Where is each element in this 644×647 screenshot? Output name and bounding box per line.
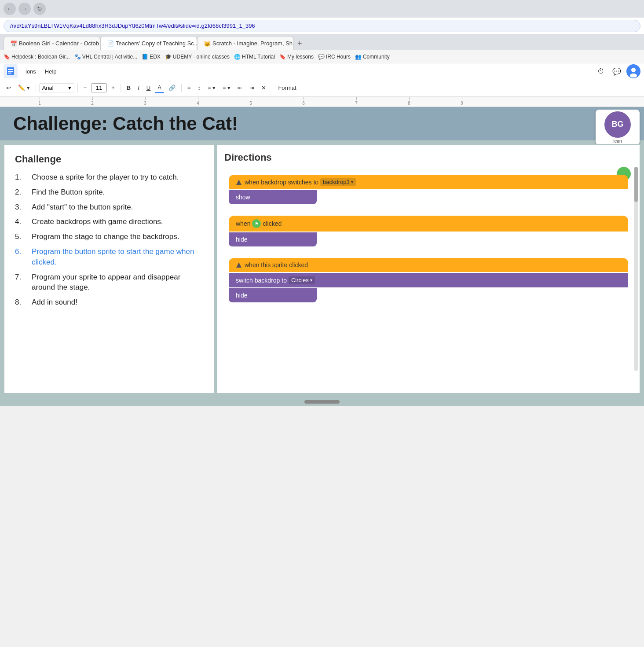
indent-decrease-button[interactable]: ⇤ <box>235 83 245 92</box>
bookmark-udemy-icon: 🎓 <box>165 54 172 60</box>
toolbar-sep-1 <box>36 84 36 92</box>
challenge-panel: Challenge 1. Choose a sprite for the pla… <box>4 144 215 394</box>
show-block: show <box>229 190 317 204</box>
clear-format-button[interactable]: ✕ <box>259 83 269 92</box>
bottom-bar <box>0 397 644 406</box>
menu-help[interactable]: Help <box>40 66 61 77</box>
font-size-box[interactable]: 11 <box>91 83 107 92</box>
text-color-button[interactable]: A <box>155 83 164 93</box>
list-item: 1. Choose a sprite for the player to try… <box>15 172 203 183</box>
format-label: Format <box>275 83 299 92</box>
show-text: show <box>236 194 250 201</box>
flag-icon: ⚑ <box>255 221 259 226</box>
bookmark-irc[interactable]: 💬 IRC Hours <box>318 54 351 60</box>
toolbar-sep-5 <box>272 84 272 92</box>
circles-dropdown[interactable]: Circles <box>289 276 315 284</box>
bookmark-helpdesk[interactable]: 🔖 Helpdesk : Boolean Gir... <box>4 54 70 60</box>
bookmark-udemy[interactable]: 🎓 UDEMY - online classes <box>165 54 230 60</box>
bullet-list-button[interactable]: ≡ ▾ <box>205 83 218 92</box>
ruler-mark-7: 7 <box>330 97 383 106</box>
tab-boolean-girl[interactable]: 📅 Boolean Girl - Calendar - Octob ✕ <box>4 36 100 50</box>
new-tab-button[interactable]: + <box>294 37 306 50</box>
menu-right: ⏱ 💬 <box>595 64 640 78</box>
scratch-blocks: when backdrop switches to backdrop3 show… <box>224 170 633 308</box>
bookmark-irc-icon: 💬 <box>318 54 325 60</box>
tab-teachers-copy[interactable]: 📄 Teachers' Copy of Teaching Sc... ✕ <box>100 36 197 50</box>
when-backdrop-text: when backdrop switches to <box>245 179 318 186</box>
list-text-2: Find the Button sprite. <box>32 187 105 198</box>
scroll-thumb[interactable] <box>634 167 638 202</box>
list-item-highlighted: 6. Program the button sprite to start th… <box>15 246 203 268</box>
numbered-list-button[interactable]: ≡ ▾ <box>220 83 233 92</box>
menu-extensions[interactable]: ions <box>21 66 40 77</box>
draw-button[interactable]: ✏️ ▾ <box>15 83 33 92</box>
when-backdrop-block: when backdrop switches to backdrop3 <box>229 175 628 189</box>
font-size-increase[interactable]: + <box>109 83 117 92</box>
undo-button[interactable]: ↩ <box>4 83 14 92</box>
directions-heading: Directions <box>224 152 633 163</box>
svg-marker-7 <box>236 180 242 185</box>
bg-logo-text: lean <box>614 139 622 143</box>
bookmark-edx-icon: 📘 <box>142 54 148 60</box>
bookmark-community[interactable]: 👥 Community <box>355 54 390 60</box>
italic-button[interactable]: I <box>135 83 142 92</box>
hide-block-1: hide <box>229 232 317 246</box>
list-num-6: 6. <box>15 246 27 268</box>
indent-increase-button[interactable]: ⇥ <box>247 83 257 92</box>
ruler-mark-9: 9 <box>435 97 488 106</box>
hide-text-2: hide <box>236 292 247 299</box>
backdrop3-dropdown[interactable]: backdrop3 <box>320 178 356 186</box>
slide-area: Challenge: Catch the Cat! BG lean Challe… <box>0 107 644 406</box>
list-item: 5. Program the stage to change the backd… <box>15 232 203 242</box>
svg-rect-1 <box>8 69 13 70</box>
history-icon[interactable]: ⏱ <box>595 65 607 77</box>
tab-scratch[interactable]: 🐱 Scratch - Imagine, Program, Sh... ✕ <box>197 36 294 50</box>
block-group-3: when this sprite clicked switch backdrop… <box>229 258 628 303</box>
list-num-8: 8. <box>15 297 27 308</box>
list-item: 2. Find the Button sprite. <box>15 187 203 198</box>
bookmark-edx[interactable]: 📘 EDX <box>142 54 161 60</box>
line-spacing-button[interactable]: ↕ <box>195 83 203 92</box>
slides-toolbar-area: ions Help ⏱ 💬 ↩ ✏️ ▾ Arial ▾ − 11 <box>0 63 644 97</box>
when-flag-block: when ⚑ clicked <box>229 216 628 232</box>
font-size-decrease[interactable]: − <box>81 83 90 92</box>
list-num-4: 4. <box>15 217 27 227</box>
when-label: when <box>236 220 250 227</box>
back-button[interactable]: ← <box>4 3 16 15</box>
ruler-mark-5: 5 <box>224 97 277 106</box>
toolbar-sep-4 <box>181 84 182 92</box>
bookmark-html[interactable]: 🌐 HTML Tutorial <box>234 54 275 60</box>
link-button[interactable]: 🔗 <box>166 83 178 92</box>
bookmarks-bar: 🔖 Helpdesk : Boolean Gir... 🐾 VHL Centra… <box>0 50 644 63</box>
list-item: 4. Create backdrops with game directions… <box>15 217 203 227</box>
ruler-inner: 1 2 3 4 5 6 7 8 9 <box>0 97 644 106</box>
address-bar <box>0 18 644 34</box>
bookmark-mylessons[interactable]: 🔖 My lessons <box>279 54 314 60</box>
bold-button[interactable]: B <box>124 83 133 92</box>
tabs-bar: 📅 Boolean Girl - Calendar - Octob ✕ 📄 Te… <box>0 34 644 50</box>
forward-button[interactable]: → <box>18 3 31 15</box>
horizontal-scrollbar[interactable] <box>304 400 340 404</box>
font-dropdown-arrow: ▾ <box>68 85 71 91</box>
switch-backdrop-block: switch backdrop to Circles <box>229 273 628 287</box>
list-num-3: 3. <box>15 202 27 213</box>
block-group-2: when ⚑ clicked hide <box>229 216 628 247</box>
bookmark-mylessons-icon: 🔖 <box>279 54 286 60</box>
list-item: 8. Add in sound! <box>15 297 203 308</box>
font-selector[interactable]: Arial ▾ <box>39 83 74 92</box>
bookmark-vhl[interactable]: 🐾 VHL Central | Activitie... <box>74 54 137 60</box>
comment-icon[interactable]: 💬 <box>611 65 623 77</box>
underline-button[interactable]: U <box>144 83 153 92</box>
list-text-3: Add "start" to the button sprite. <box>32 202 133 213</box>
ruler-mark-3: 3 <box>119 97 172 106</box>
boolean-girl-logo: BG lean <box>596 110 640 145</box>
address-input[interactable] <box>4 20 640 32</box>
align-center-button[interactable]: ≡ <box>185 83 194 92</box>
user-avatar[interactable] <box>626 64 640 78</box>
tab-boolean-girl-icon: 📅 <box>10 40 16 47</box>
ruler-mark-6: 6 <box>277 97 330 106</box>
refresh-button[interactable]: ↻ <box>33 3 46 15</box>
ruler-mark-8: 8 <box>383 97 435 106</box>
tab-scratch-icon: 🐱 <box>204 40 210 47</box>
list-text-4: Create backdrops with game directions. <box>32 217 163 227</box>
